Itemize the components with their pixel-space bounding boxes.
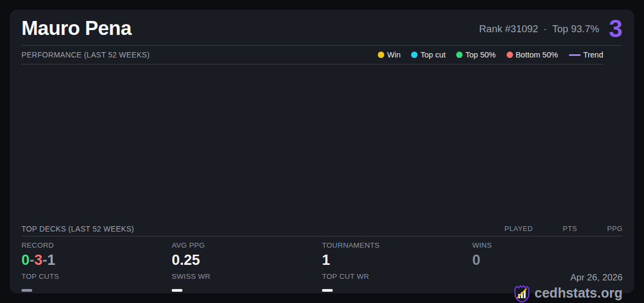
stat-tournaments: TOURNAMENTS 1 [322, 240, 472, 270]
cedhstats-shield-logo-icon [514, 284, 530, 303]
points-total: 3 [609, 18, 623, 40]
wins-value: 0 [472, 252, 623, 269]
top-decks-columns: PLAYED PTS PPG [474, 225, 623, 233]
card-header: Mauro Pena Rank #31092 · Top 93.7% 3 [21, 10, 623, 46]
legend-item-win: Win [378, 50, 400, 59]
record-value: 0-3-1 [21, 252, 172, 269]
stat-label: SWISS WR [172, 272, 322, 281]
record-separator: - [30, 252, 34, 268]
record-separator: - [42, 252, 47, 268]
rank-line: Rank #31092 · Top 93.7% [479, 23, 599, 35]
legend-item-top-50: Top 50% [456, 50, 495, 59]
rank-separator-dot: · [544, 23, 547, 35]
brand-name: cedhstats.org [535, 286, 623, 301]
stat-swiss-wr: SWISS WR [172, 271, 322, 302]
stat-label: WINS [472, 241, 623, 250]
top-decks-header: TOP DECKS (LAST 52 WEEKS) PLAYED PTS PPG [21, 221, 623, 236]
win-dot-icon [378, 52, 384, 58]
legend-label: Bottom 50% [516, 50, 558, 59]
stat-label: TOP CUT WR [322, 272, 472, 281]
legend-label: Top 50% [465, 50, 495, 59]
tournaments-value: 1 [322, 252, 472, 269]
legend-label: Win [387, 50, 400, 59]
trend-line-icon [569, 54, 581, 56]
player-name: Mauro Pena [21, 18, 479, 40]
top-percent: Top 93.7% [552, 23, 599, 35]
rank-value: Rank #31092 [479, 23, 538, 35]
record-wins: 0 [21, 252, 30, 268]
no-data-dash [322, 289, 333, 292]
footer: Apr 26, 2026 cedhstats.org [472, 271, 623, 302]
performance-header: PERFORMANCE (LAST 52 WEEKS) Win Top cut … [21, 46, 603, 64]
legend-item-bottom-50: Bottom 50% [507, 50, 558, 59]
card-date: Apr 26, 2026 [570, 272, 623, 283]
legend-label: Top cut [420, 50, 445, 59]
performance-chart-plot-area [21, 64, 623, 221]
record-draws: 1 [47, 252, 55, 268]
stat-label: TOP CUTS [21, 272, 172, 281]
top-decks-title: TOP DECKS (LAST 52 WEEKS) [21, 225, 134, 233]
performance-title: PERFORMANCE (LAST 52 WEEKS) [21, 50, 150, 59]
column-header-pts: PTS [563, 225, 577, 233]
legend-item-top-cut: Top cut [411, 50, 445, 59]
stat-avg-ppg: AVG PPG 0.25 [172, 240, 322, 270]
legend-item-trend: Trend [569, 50, 603, 59]
record-losses: 3 [34, 252, 42, 268]
top-50-dot-icon [456, 52, 463, 58]
stat-label: TOURNAMENTS [322, 241, 472, 250]
brand-lockup: cedhstats.org [514, 284, 623, 303]
stat-label: RECORD [21, 241, 172, 250]
stat-record: RECORD 0-3-1 [21, 240, 172, 270]
no-data-dash [21, 289, 32, 292]
no-data-dash [172, 289, 182, 292]
player-stats-card: Mauro Pena Rank #31092 · Top 93.7% 3 PER… [10, 10, 634, 293]
column-header-played: PLAYED [504, 225, 533, 233]
legend-label: Trend [583, 50, 603, 59]
top-cut-dot-icon [411, 52, 418, 58]
stats-grid: RECORD 0-3-1 AVG PPG 0.25 TOURNAMENTS 1 … [21, 236, 623, 302]
stat-top-cut-wr: TOP CUT WR [322, 271, 472, 302]
stat-top-cuts: TOP CUTS [21, 271, 172, 302]
stat-label: AVG PPG [172, 241, 322, 250]
chart-legend: Win Top cut Top 50% Bottom 50% Trend [378, 50, 603, 59]
avg-ppg-value: 0.25 [172, 252, 322, 269]
bottom-50-dot-icon [507, 52, 513, 58]
column-header-ppg: PPG [607, 225, 623, 233]
stat-wins: WINS 0 [472, 240, 623, 270]
